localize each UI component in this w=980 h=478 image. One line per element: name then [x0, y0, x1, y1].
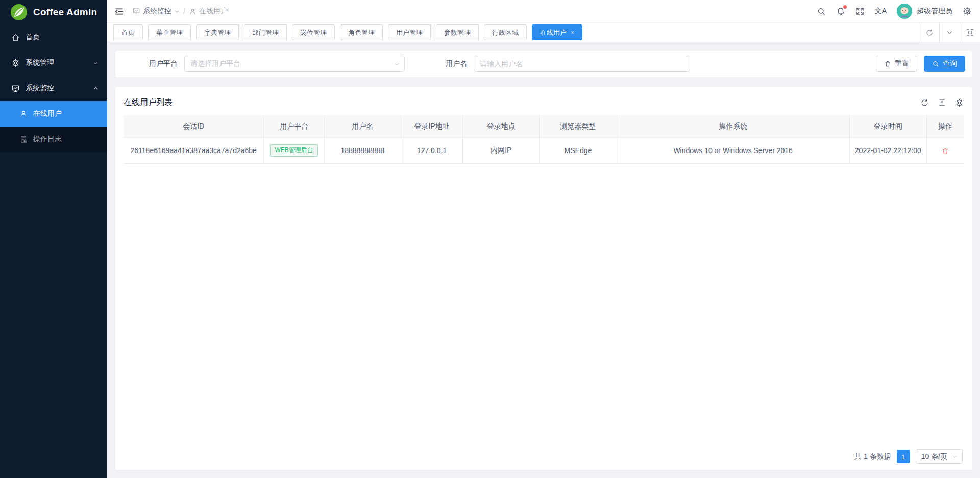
platform-select-placeholder: 请选择用户平台	[190, 59, 240, 68]
breadcrumb-page: 在线用户	[189, 7, 228, 16]
search-button[interactable]: 查询	[924, 56, 965, 72]
row-height-icon[interactable]	[938, 98, 946, 107]
collapse-sidebar-icon[interactable]	[114, 7, 124, 16]
sidebar-item-label: 系统监控	[26, 84, 54, 93]
pagination-total: 共 1 条数据	[854, 452, 891, 461]
log-icon	[19, 135, 28, 143]
tab-label: 参数管理	[444, 28, 471, 37]
monitor-icon	[11, 84, 20, 93]
table-row: 26118e6169aa41a387aa3ca7a7d2a6be WEB管理后台…	[124, 138, 964, 163]
tab-label: 首页	[121, 28, 135, 37]
main-column: 系统监控 / 在线用户	[107, 0, 980, 478]
top-header: 系统监控 / 在线用户	[107, 0, 980, 23]
column-settings-gear-icon[interactable]	[955, 98, 964, 107]
user-menu[interactable]: 超级管理员	[897, 4, 952, 19]
col-platform: 用户平台	[264, 115, 325, 138]
online-users-card: 在线用户列表	[115, 87, 972, 470]
close-icon[interactable]: ×	[571, 30, 574, 36]
page-content: 用户平台 请选择用户平台 用户名 重置	[107, 42, 980, 478]
breadcrumb: 系统监控 / 在线用户	[132, 7, 228, 16]
sidebar-submenu: 在线用户 操作日志	[0, 101, 107, 152]
col-session-id: 会话ID	[124, 115, 264, 138]
col-os: 操作系统	[617, 115, 849, 138]
tab-controls	[919, 23, 980, 42]
table-header-row: 会话ID 用户平台 用户名 登录IP地址 登录地点 浏览器类型 操作系统 登录时…	[124, 115, 964, 138]
filter-actions: 重置 查询	[876, 56, 965, 72]
chevron-down-icon	[952, 454, 958, 460]
tab-label: 角色管理	[348, 28, 375, 37]
leaf-logo-icon	[10, 4, 28, 21]
page-size-value: 10 条/页	[921, 452, 947, 461]
tab-online-users[interactable]: 在线用户 ×	[532, 24, 582, 40]
chevron-down-icon	[174, 9, 180, 14]
card-header: 在线用户列表	[124, 93, 964, 112]
tab-post-management[interactable]: 岗位管理	[292, 24, 335, 40]
logo[interactable]: Coffee Admin	[0, 0, 107, 24]
tab-label: 岗位管理	[300, 28, 327, 37]
sidebar-item-system-management[interactable]: 系统管理	[0, 50, 107, 76]
refresh-icon[interactable]	[920, 98, 929, 107]
app-title: Coffee Admin	[33, 7, 97, 18]
sidebar-item-online-users[interactable]: 在线用户	[0, 101, 107, 127]
reset-button[interactable]: 重置	[876, 56, 917, 72]
chevron-down-icon	[92, 60, 99, 66]
sidebar-item-label: 首页	[26, 33, 40, 42]
tab-home[interactable]: 首页	[113, 24, 143, 40]
trash-icon	[884, 60, 891, 67]
table-empty-space	[124, 164, 964, 446]
sidebar-item-label: 在线用户	[33, 109, 62, 118]
platform-label: 用户平台	[142, 59, 178, 68]
cell-location: 内网IP	[463, 138, 540, 163]
col-browser: 浏览器类型	[540, 115, 617, 138]
filter-card: 用户平台 请选择用户平台 用户名 重置	[115, 51, 972, 77]
platform-select[interactable]: 请选择用户平台	[184, 56, 405, 72]
cell-ip: 127.0.0.1	[401, 138, 463, 163]
maximize-icon[interactable]	[960, 23, 980, 42]
pagination-page-1[interactable]: 1	[897, 450, 910, 463]
tab-role-management[interactable]: 角色管理	[340, 24, 383, 40]
tab-dict-management[interactable]: 字典管理	[196, 24, 239, 40]
chevron-down-icon[interactable]	[939, 23, 960, 42]
cell-login-time: 2022-01-02 22:12:00	[849, 138, 926, 163]
tab-dept-management[interactable]: 部门管理	[244, 24, 287, 40]
fullscreen-icon[interactable]	[855, 7, 865, 16]
delete-trash-icon[interactable]	[941, 147, 949, 155]
tab-user-management[interactable]: 用户管理	[388, 24, 431, 40]
tab-param-management[interactable]: 参数管理	[436, 24, 479, 40]
gear-icon	[11, 59, 20, 67]
home-icon	[11, 33, 20, 42]
username-input[interactable]	[474, 56, 690, 72]
col-location: 登录地点	[463, 115, 540, 138]
notification-badge	[843, 5, 847, 9]
sidebar-item-label: 操作日志	[33, 135, 62, 144]
tab-label: 行政区域	[492, 28, 519, 37]
sidebar-item-operation-log[interactable]: 操作日志	[0, 127, 107, 152]
breadcrumb-section[interactable]: 系统监控	[132, 7, 180, 16]
refresh-icon[interactable]	[919, 23, 939, 42]
tab-admin-region[interactable]: 行政区域	[484, 24, 527, 40]
tab-label: 字典管理	[204, 28, 231, 37]
page-size-select[interactable]: 10 条/页	[916, 449, 963, 464]
sidebar-item-system-monitor[interactable]: 系统监控	[0, 76, 107, 101]
search-button-label: 查询	[943, 59, 957, 68]
col-login-time: 登录时间	[849, 115, 926, 138]
avatar	[897, 4, 912, 19]
tab-label: 在线用户	[540, 28, 567, 37]
col-username: 用户名	[324, 115, 401, 138]
translate-icon[interactable]: 文A	[875, 7, 887, 16]
search-icon[interactable]	[817, 7, 826, 16]
card-tools	[920, 98, 964, 107]
user-icon	[189, 8, 197, 15]
sidebar-item-label: 系统管理	[26, 58, 54, 67]
chevron-up-icon	[92, 85, 99, 92]
tab-label: 用户管理	[396, 28, 423, 37]
tab-menu-management[interactable]: 菜单管理	[148, 24, 191, 40]
col-actions: 操作	[927, 115, 964, 138]
user-icon	[19, 110, 28, 118]
breadcrumb-section-label: 系统监控	[143, 7, 172, 16]
monitor-icon	[132, 7, 140, 15]
chevron-down-icon	[394, 61, 400, 67]
notification-bell-icon[interactable]	[836, 7, 845, 16]
sidebar-item-home[interactable]: 首页	[0, 24, 107, 50]
settings-gear-icon[interactable]	[963, 7, 972, 16]
